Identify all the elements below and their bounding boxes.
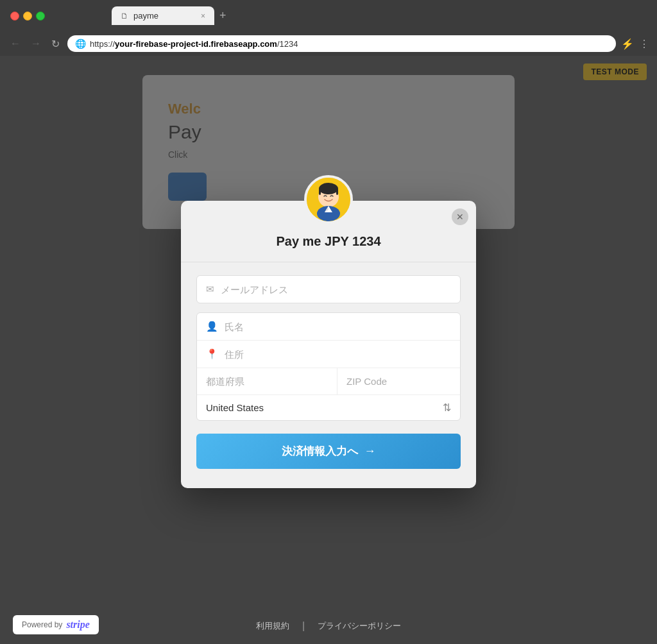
person-icon: 👤 [206, 321, 218, 332]
prefecture-input[interactable] [197, 368, 337, 394]
svg-point-2 [319, 183, 338, 194]
avatar [304, 175, 353, 224]
footer-separator: | [302, 620, 305, 632]
close-window-button[interactable] [10, 12, 19, 21]
modal-close-button[interactable]: ✕ [452, 208, 468, 225]
modal-form: ✉ 👤 📍 [181, 262, 476, 421]
url-display: https://your-firebase-project-id.firebas… [90, 39, 298, 49]
forward-button[interactable]: → [28, 37, 44, 51]
tab-close-button[interactable]: × [201, 12, 205, 21]
name-row: 👤 [197, 313, 460, 341]
address-input[interactable] [225, 349, 451, 360]
privacy-link[interactable]: プライバシーポリシー [318, 620, 401, 632]
country-select[interactable]: United States Japan United Kingdom Canad… [206, 402, 443, 413]
page-footer: 利用規約 | プライバシーポリシー [0, 620, 657, 632]
menu-icon[interactable]: ⋮ [639, 38, 649, 50]
modal-title: Pay me JPY 1234 [181, 234, 476, 249]
browser-tab[interactable]: 🗋 payme × [112, 6, 214, 25]
zip-input[interactable] [337, 368, 461, 394]
secure-icon: 🌐 [75, 38, 86, 49]
url-path: /1234 [277, 39, 298, 49]
submit-label: 決済情報入力へ [282, 444, 358, 459]
extensions-icon[interactable]: ⚡ [621, 38, 634, 50]
title-bar: 🗋 payme × + [0, 0, 657, 31]
prefecture-zip-row [197, 368, 460, 395]
maximize-window-button[interactable] [36, 12, 45, 21]
svg-rect-3 [319, 189, 321, 195]
submit-button[interactable]: 決済情報入力へ → [196, 434, 461, 469]
tab-page-icon: 🗋 [121, 12, 128, 21]
tab-bar: 🗋 payme × + [101, 6, 237, 25]
address-row: 📍 [197, 341, 460, 368]
location-icon: 📍 [206, 348, 218, 360]
email-field-container: ✉ [196, 275, 461, 303]
new-tab-button[interactable]: + [219, 9, 226, 22]
page-content: Welc Pay Click TEST MODE [0, 56, 657, 644]
email-input[interactable] [221, 284, 451, 295]
submit-arrow-icon: → [364, 445, 376, 458]
email-icon: ✉ [206, 284, 214, 295]
svg-rect-4 [336, 189, 338, 195]
browser-chrome: 🗋 payme × + ← → ↻ 🌐 https://your-firebas… [0, 0, 657, 56]
back-button[interactable]: ← [8, 37, 23, 51]
payment-modal: ✕ Pay me JPY 1234 ✉ 👤 📍 [181, 201, 476, 488]
address-bar[interactable]: 🌐 https://your-firebase-project-id.fireb… [67, 35, 616, 52]
url-domain: your-firebase-project-id.firebaseapp.com [115, 39, 277, 49]
tab-title: payme [133, 11, 158, 21]
refresh-button[interactable]: ↻ [49, 37, 62, 51]
minimize-window-button[interactable] [23, 12, 32, 21]
browser-menu-icons: ⚡ ⋮ [621, 38, 649, 50]
traffic-lights [10, 12, 45, 21]
avatar-illustration [307, 178, 350, 221]
name-input[interactable] [225, 321, 451, 332]
address-group-box: 👤 📍 United States Japan [196, 312, 461, 421]
avatar-wrap [181, 175, 476, 224]
country-row: United States Japan United Kingdom Canad… [197, 395, 460, 420]
address-bar-row: ← → ↻ 🌐 https://your-firebase-project-id… [0, 31, 657, 56]
terms-link[interactable]: 利用規約 [256, 620, 289, 632]
select-arrows-icon: ⇅ [443, 402, 451, 414]
